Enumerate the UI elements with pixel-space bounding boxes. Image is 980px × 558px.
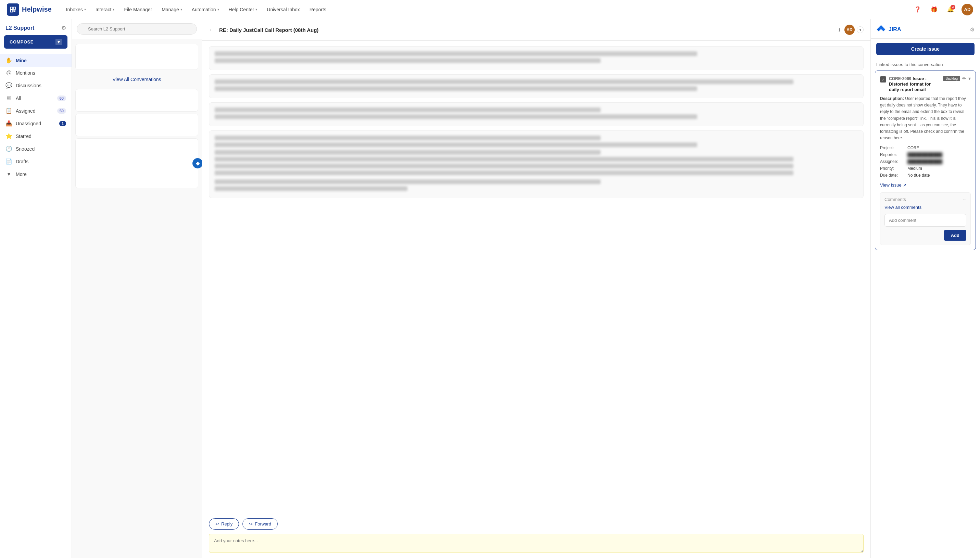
email-card-4 bbox=[209, 130, 863, 198]
meta-assignee: Assignee: ████████████ bbox=[880, 159, 971, 164]
meta-reporter: Reporter: ████████████ bbox=[880, 152, 971, 157]
nav-interact[interactable]: Interact ▾ bbox=[92, 5, 119, 15]
comments-options-button[interactable]: ··· bbox=[963, 197, 966, 202]
jira-settings-icon[interactable]: ⚙ bbox=[970, 26, 975, 33]
user-avatar-button[interactable]: AD bbox=[962, 4, 973, 15]
view-issue-link[interactable]: View Issue ↗ bbox=[880, 182, 971, 188]
help-button[interactable]: ❓ bbox=[912, 4, 923, 15]
jira-title: JIRA bbox=[888, 26, 901, 33]
sidebar-header: L2 Support ⚙ bbox=[0, 25, 72, 35]
comment-input[interactable] bbox=[885, 214, 966, 226]
email-subject: RE: Daily JustCall Call Report (08th Aug… bbox=[219, 27, 832, 33]
chevron-down-icon: ▾ bbox=[217, 8, 219, 11]
notes-input[interactable] bbox=[209, 534, 863, 553]
nav-automation[interactable]: Automation ▾ bbox=[188, 5, 223, 15]
gift-button[interactable]: 🎁 bbox=[929, 4, 940, 15]
linked-issues-label: Linked issues to this conversation bbox=[871, 59, 980, 71]
assignee-dropdown[interactable]: ▾ bbox=[857, 26, 863, 33]
issue-type-icon: ✓ bbox=[880, 76, 886, 82]
view-all-conversations-button[interactable]: View All Conversations bbox=[72, 72, 202, 87]
conversation-list: View All Conversations ◆ bbox=[72, 39, 202, 558]
sidebar-item-mentions[interactable]: @ Mentions bbox=[0, 67, 72, 79]
sidebar-title: L2 Support bbox=[5, 25, 34, 31]
jira-logo-area: JIRA bbox=[876, 25, 901, 34]
edit-icon[interactable]: ✏ bbox=[962, 75, 966, 81]
more-icon: ▾ bbox=[5, 171, 12, 177]
reply-area: ↩ Reply ↪ Forward bbox=[202, 514, 870, 534]
sidebar-nav-list: ✋ Mine @ Mentions 💬 Discussions ✉ All 60… bbox=[0, 54, 72, 181]
conversation-item[interactable]: ◆ bbox=[76, 138, 198, 188]
snoozed-icon: 🕐 bbox=[5, 146, 12, 152]
back-button[interactable]: ← bbox=[209, 26, 215, 34]
sidebar-item-snoozed[interactable]: 🕐 Snoozed bbox=[0, 143, 72, 155]
sidebar-item-more[interactable]: ▾ More bbox=[0, 168, 72, 181]
issue-id: CORE-2969 bbox=[889, 76, 911, 81]
jira-panel: JIRA ⚙ Create issue Linked issues to thi… bbox=[870, 19, 980, 558]
hand-icon: ✋ bbox=[5, 57, 12, 64]
drafts-icon: 📄 bbox=[5, 158, 12, 165]
comments-label: Comments bbox=[885, 197, 906, 202]
jira-header: JIRA ⚙ bbox=[871, 19, 980, 39]
conversation-item[interactable] bbox=[76, 89, 198, 112]
comments-section: Comments ··· View all comments Add bbox=[880, 192, 971, 245]
email-card-2 bbox=[209, 74, 863, 98]
chevron-down-icon: ▾ bbox=[113, 8, 114, 11]
reply-button[interactable]: ↩ Reply bbox=[209, 518, 239, 530]
logo[interactable]: Helpwise bbox=[7, 3, 52, 16]
sidebar-item-all[interactable]: ✉ All 60 bbox=[0, 92, 72, 104]
logo-text: Helpwise bbox=[22, 5, 52, 13]
nav-universal-inbox[interactable]: Universal Inbox bbox=[263, 5, 304, 15]
notes-area bbox=[209, 534, 863, 554]
sidebar-settings-icon[interactable]: ⚙ bbox=[61, 25, 66, 31]
create-issue-button[interactable]: Create issue bbox=[876, 43, 975, 55]
compose-button[interactable]: COMPOSE ▾ bbox=[4, 35, 67, 49]
sidebar-item-unassigned[interactable]: 📥 Unassigned 1 bbox=[0, 117, 72, 130]
starred-icon: ⭐ bbox=[5, 133, 12, 140]
jira-logo-icon bbox=[876, 25, 886, 34]
add-comment-button[interactable]: Add bbox=[944, 230, 966, 241]
unassigned-count: 1 bbox=[59, 121, 66, 126]
meta-project: Project: CORE bbox=[880, 146, 971, 150]
expand-icon[interactable]: ▾ bbox=[969, 75, 971, 81]
nav-help-center[interactable]: Help Center ▾ bbox=[225, 5, 262, 15]
email-area: ← RE: Daily JustCall Call Report (08th A… bbox=[202, 19, 870, 558]
email-card-3 bbox=[209, 102, 863, 126]
nav-file-manager[interactable]: File Manager bbox=[120, 5, 156, 15]
sidebar-item-assigned[interactable]: 📋 Assigned 59 bbox=[0, 104, 72, 117]
jira-issue-card: ✓ CORE-2969 Issue : Distorted format for… bbox=[875, 71, 976, 250]
email-body bbox=[202, 41, 870, 514]
all-icon: ✉ bbox=[5, 95, 12, 101]
issue-actions: Backlog ✏ ▾ bbox=[943, 75, 971, 81]
forward-icon: ↪ bbox=[249, 521, 253, 527]
meta-due-date: Due date: No due date bbox=[880, 173, 971, 178]
conversation-item[interactable] bbox=[76, 114, 198, 136]
assigned-count: 59 bbox=[57, 108, 66, 114]
main-layout: L2 Support ⚙ COMPOSE ▾ ✋ Mine @ Mentions… bbox=[0, 0, 980, 558]
backlog-badge: Backlog bbox=[943, 76, 960, 81]
chevron-down-icon: ▾ bbox=[84, 8, 86, 11]
unassigned-icon: 📥 bbox=[5, 120, 12, 127]
conversations-panel: 🔍 View All Conversations ◆ bbox=[72, 19, 202, 558]
conversation-item[interactable] bbox=[76, 44, 198, 70]
nav-reports[interactable]: Reports bbox=[305, 5, 330, 15]
notifications-button[interactable]: 🔔 4 bbox=[945, 4, 956, 15]
email-main-content: ← RE: Daily JustCall Call Report (08th A… bbox=[202, 19, 870, 558]
jira-float-icon[interactable]: ◆ bbox=[192, 158, 202, 168]
nav-manage[interactable]: Manage ▾ bbox=[158, 5, 186, 15]
sidebar-item-discussions[interactable]: 💬 Discussions bbox=[0, 79, 72, 92]
view-all-comments-link[interactable]: View all comments bbox=[885, 205, 966, 210]
sidebar-item-drafts[interactable]: 📄 Drafts bbox=[0, 155, 72, 168]
search-input[interactable] bbox=[77, 23, 197, 34]
chevron-down-icon: ▾ bbox=[181, 8, 182, 11]
info-icon[interactable]: ℹ bbox=[839, 27, 840, 33]
forward-button[interactable]: ↪ Forward bbox=[243, 518, 278, 530]
search-bar: 🔍 bbox=[72, 19, 202, 39]
issue-description: Description: User reported that the repo… bbox=[880, 95, 971, 141]
email-header: ← RE: Daily JustCall Call Report (08th A… bbox=[202, 19, 870, 41]
issue-meta: Project: CORE Reporter: ████████████ Ass… bbox=[880, 146, 971, 178]
assignee-area: AD ▾ bbox=[844, 25, 863, 35]
meta-priority: Priority: Medium bbox=[880, 166, 971, 171]
sidebar-item-starred[interactable]: ⭐ Starred bbox=[0, 130, 72, 143]
sidebar-item-mine[interactable]: ✋ Mine bbox=[0, 54, 72, 67]
nav-inboxes[interactable]: Inboxes ▾ bbox=[62, 5, 90, 15]
